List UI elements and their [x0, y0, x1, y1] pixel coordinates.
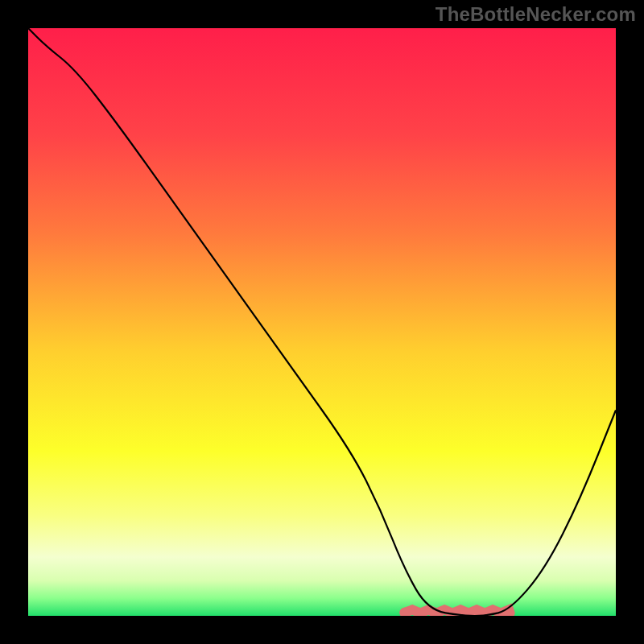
chart-frame: TheBottleNecker.com: [0, 0, 644, 644]
curve-layer: [28, 28, 616, 616]
minimum-stripe: [404, 610, 510, 613]
plot-area: [28, 28, 616, 616]
attribution-text: TheBottleNecker.com: [436, 3, 636, 26]
bottleneck-curve: [28, 28, 616, 616]
